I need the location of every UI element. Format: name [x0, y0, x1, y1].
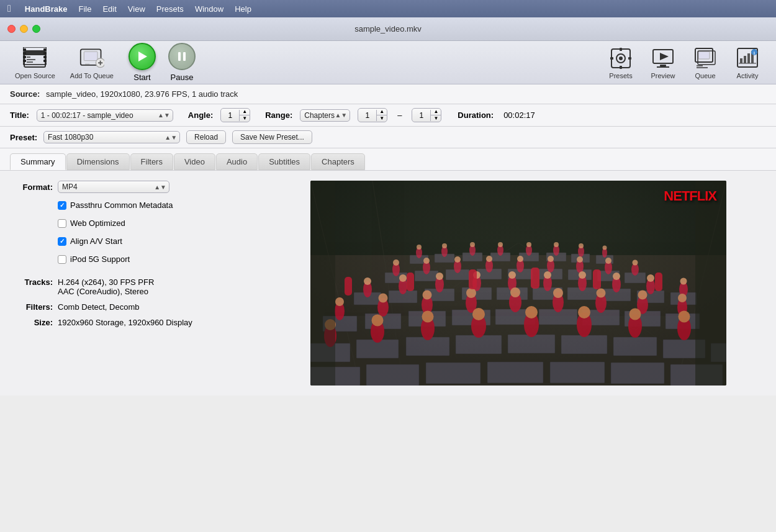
svg-rect-39	[744, 56, 746, 63]
svg-rect-198	[310, 181, 726, 385]
tab-chapters[interactable]: Chapters	[311, 153, 365, 170]
svg-rect-23	[620, 48, 622, 51]
tab-dimensions[interactable]: Dimensions	[66, 153, 130, 170]
tab-video[interactable]: Video	[174, 153, 215, 170]
pause-button[interactable]	[168, 43, 196, 70]
angle-stepper-buttons[interactable]: ▲ ▼	[240, 109, 250, 122]
chapter-end-up[interactable]: ▲	[431, 109, 441, 115]
passthru-checkbox[interactable]	[58, 201, 66, 210]
web-opt-checkbox[interactable]	[58, 219, 66, 228]
angle-field-label: Angle:	[188, 110, 213, 120]
activity-button[interactable]: i Activity	[729, 43, 766, 82]
svg-marker-28	[660, 53, 669, 60]
angle-up-button[interactable]: ▲	[240, 109, 250, 115]
title-field-label: Title:	[10, 110, 29, 120]
title-row: Title: 1 - 00:02:17 - sample_video ▲▼ An…	[0, 104, 776, 127]
chapter-range-dash: –	[397, 110, 402, 120]
svg-rect-26	[628, 57, 631, 60]
menu-help[interactable]: Help	[235, 4, 251, 14]
svg-text:i: i	[754, 50, 755, 55]
reload-button[interactable]: Reload	[186, 130, 226, 144]
filters-label: Filters:	[12, 302, 53, 312]
chapter-start-stepper[interactable]: 1 ▲ ▼	[358, 108, 387, 122]
chapter-start-down[interactable]: ▼	[377, 115, 387, 122]
tab-audio[interactable]: Audio	[216, 153, 258, 170]
chapter-end-value: 1	[412, 110, 431, 121]
apple-logo-icon: 	[7, 3, 11, 14]
tab-summary[interactable]: Summary	[10, 153, 66, 170]
web-opt-label: Web Optimized	[70, 219, 125, 228]
passthru-label: Passthru Common Metadata	[70, 201, 173, 210]
preview-button[interactable]: Preview	[644, 43, 682, 82]
presets-button[interactable]: Presets	[602, 43, 639, 82]
title-select[interactable]: 1 - 00:02:17 - sample_video	[37, 109, 173, 122]
menu-edit[interactable]: Edit	[102, 4, 116, 14]
format-label: Format:	[12, 183, 53, 192]
duration-value: 00:02:17	[503, 110, 535, 120]
tab-subtitles[interactable]: Subtitles	[258, 153, 310, 170]
start-button[interactable]	[129, 43, 156, 70]
open-source-icon	[22, 46, 47, 71]
minimize-button[interactable]	[20, 25, 28, 33]
chapter-end-down[interactable]: ▼	[431, 115, 441, 122]
svg-rect-1	[24, 51, 45, 55]
angle-value: 1	[221, 110, 240, 121]
main-content: Format: MP4 ▲▼ Passthru Common Metadata …	[0, 171, 776, 395]
netflix-logo: NETFLIX	[664, 188, 716, 204]
app-name: HandBrake	[25, 4, 68, 14]
presets-icon	[608, 46, 633, 71]
size-label: Size:	[12, 318, 53, 327]
add-to-queue-icon	[79, 46, 104, 71]
queue-label: Queue	[695, 72, 715, 79]
preset-select[interactable]: Fast 1080p30	[43, 131, 180, 143]
filters-row: Filters: Comb Detect, Decomb	[12, 302, 298, 312]
size-row: Size: 1920x960 Storage, 1920x960 Display	[12, 318, 298, 327]
chapter-end-stepper-buttons[interactable]: ▲ ▼	[431, 109, 441, 122]
window-title: sample_video.mkv	[354, 24, 422, 34]
tracks-label: Tracks:	[12, 277, 53, 287]
web-opt-row: Web Optimized	[58, 219, 298, 228]
menu-presets[interactable]: Presets	[156, 4, 184, 14]
chapter-start-value: 1	[358, 110, 377, 121]
preset-select-wrap: Fast 1080p30 ▲▼	[43, 131, 180, 143]
netflix-scene: NETFLIX	[310, 181, 726, 385]
range-select-wrap: Chapters ▲▼	[300, 109, 350, 122]
menu-file[interactable]: File	[78, 4, 91, 14]
save-new-preset-button[interactable]: Save New Preset...	[232, 130, 312, 144]
open-source-button[interactable]: Open Source	[10, 43, 60, 82]
format-row: Format: MP4 ▲▼	[12, 181, 298, 193]
ipod-checkbox[interactable]	[58, 255, 66, 264]
close-button[interactable]	[7, 25, 16, 33]
format-select-wrap: MP4 ▲▼	[58, 181, 169, 193]
source-value: sample_video, 1920x1080, 23.976 FPS, 1 a…	[46, 89, 238, 99]
queue-button[interactable]: Queue	[687, 43, 724, 82]
angle-stepper[interactable]: 1 ▲ ▼	[220, 108, 250, 122]
svg-rect-199	[695, 181, 726, 385]
activity-label: Activity	[737, 72, 759, 79]
left-panel: Format: MP4 ▲▼ Passthru Common Metadata …	[12, 181, 298, 385]
filters-value: Comb Detect, Decomb	[58, 302, 140, 312]
add-to-queue-button[interactable]: Add To Queue	[65, 43, 119, 82]
menu-view[interactable]: View	[128, 4, 145, 14]
preview-image: NETFLIX	[310, 181, 726, 385]
start-label: Start	[133, 73, 150, 82]
chapter-start-stepper-buttons[interactable]: ▲ ▼	[377, 109, 387, 122]
svg-point-22	[619, 56, 623, 60]
ipod-row: iPod 5G Support	[58, 255, 298, 264]
chapter-end-stepper[interactable]: 1 ▲ ▼	[412, 108, 441, 122]
add-to-queue-label: Add To Queue	[70, 72, 114, 79]
align-av-checkbox[interactable]	[58, 237, 66, 246]
tab-container: Summary Dimensions Filters Video Audio S…	[0, 148, 776, 171]
svg-rect-25	[610, 57, 613, 60]
window-controls	[7, 25, 40, 33]
range-select[interactable]: Chapters	[300, 109, 350, 122]
chapter-start-up[interactable]: ▲	[377, 109, 387, 115]
angle-down-button[interactable]: ▼	[240, 115, 250, 122]
tracks-line1: H.264 (x264), 30 FPS PFR	[58, 277, 154, 287]
svg-rect-38	[740, 58, 742, 63]
maximize-button[interactable]	[32, 25, 40, 33]
preview-area: NETFLIX	[310, 181, 764, 385]
menu-window[interactable]: Window	[195, 4, 223, 14]
tab-filters[interactable]: Filters	[130, 153, 173, 170]
format-select[interactable]: MP4	[58, 181, 169, 193]
